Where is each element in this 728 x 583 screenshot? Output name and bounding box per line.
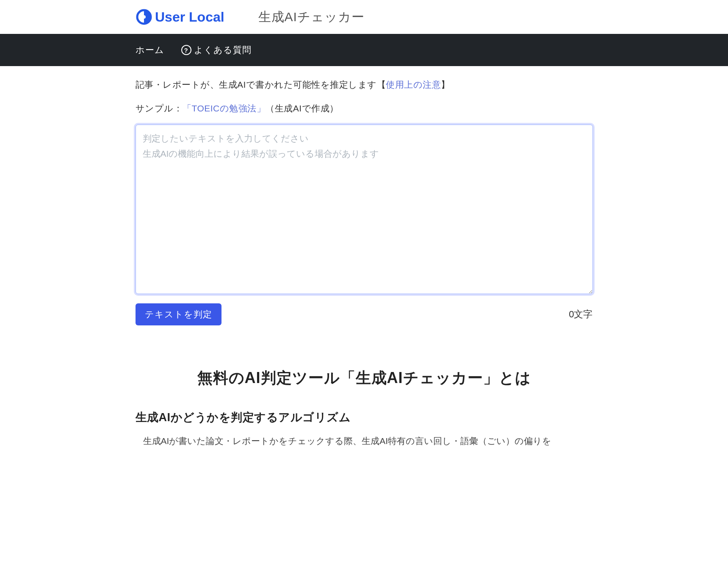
question-circle-icon: ? bbox=[181, 45, 191, 55]
sample-label: サンプル： bbox=[136, 103, 183, 113]
intro-text: 記事・レポートが、生成AIで書かれた可能性を推定します【使用上の注意】 bbox=[136, 79, 593, 91]
usage-notice-link[interactable]: 使用上の注意 bbox=[386, 80, 441, 89]
userlocal-logo-icon: User Local bbox=[136, 7, 250, 27]
intro-suffix: 】 bbox=[441, 80, 450, 89]
submit-button[interactable]: テキストを判定 bbox=[136, 303, 221, 325]
sample-link[interactable]: 「TOEICの勉強法」 bbox=[183, 103, 266, 113]
main-nav: ホーム ? よくある質問 bbox=[0, 34, 728, 66]
brand-logo[interactable]: User Local 生成AIチェッカー bbox=[136, 7, 365, 27]
char-count: 0文字 bbox=[569, 308, 592, 321]
nav-home-label: ホーム bbox=[136, 44, 164, 56]
sample-note: （生成AIで作成） bbox=[266, 103, 338, 113]
section-body: 生成AIが書いた論文・レポートかをチェックする際、生成AI特有の言い回し・語彙（… bbox=[136, 433, 593, 450]
section-heading: 無料のAI判定ツール「生成AIチェッカー」とは bbox=[136, 368, 593, 389]
svg-point-1 bbox=[142, 15, 146, 19]
section-sub-heading: 生成AIかどうかを判定するアルゴリズム bbox=[136, 410, 593, 425]
svg-text:User Local: User Local bbox=[155, 9, 224, 25]
nav-home[interactable]: ホーム bbox=[136, 44, 164, 56]
intro-prefix: 記事・レポートが、生成AIで書かれた可能性を推定します【 bbox=[136, 80, 386, 89]
sample-line: サンプル：「TOEICの勉強法」（生成AIで作成） bbox=[136, 103, 593, 114]
text-input[interactable] bbox=[136, 125, 593, 294]
nav-faq-label: よくある質問 bbox=[194, 44, 252, 56]
nav-faq[interactable]: ? よくある質問 bbox=[181, 44, 252, 56]
app-title: 生成AIチェッカー bbox=[258, 8, 365, 26]
